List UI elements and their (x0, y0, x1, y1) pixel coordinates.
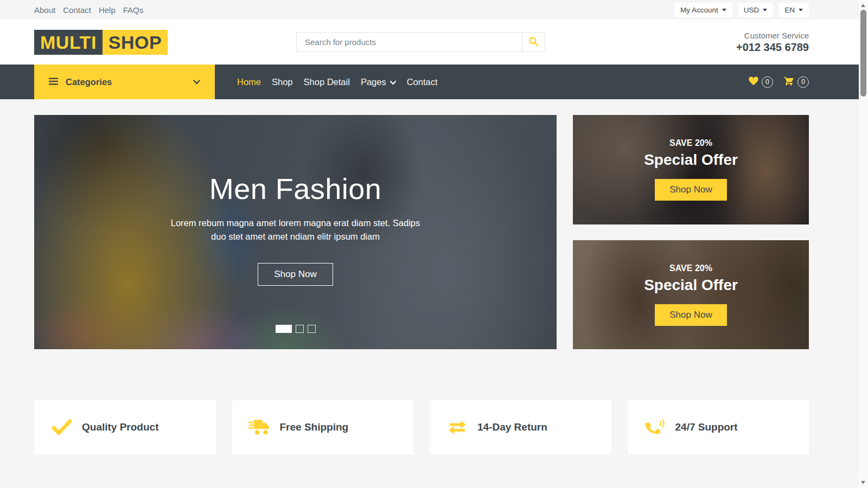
nav-link-shop-detail-label: Shop Detail (304, 77, 350, 87)
topbar-link-faqs[interactable]: FAQs (123, 5, 144, 15)
offer-save-badge: SAVE 20% (669, 138, 712, 148)
nav-icons: 0 0 (748, 65, 809, 99)
carousel-indicator-3[interactable] (308, 325, 316, 333)
offers-column: SAVE 20% Special Offer Shop Now SAVE 20%… (573, 115, 809, 349)
language-label: EN (784, 6, 795, 14)
categories-button[interactable]: Categories (34, 65, 215, 99)
offer-title: Special Offer (644, 151, 738, 169)
feature-support: 24/7 Support (628, 400, 809, 454)
topbar-links: About Contact Help FAQs (34, 5, 143, 15)
special-offer-card-1: SAVE 20% Special Offer Shop Now (573, 115, 809, 224)
carousel-indicators (34, 325, 557, 333)
language-dropdown[interactable]: EN (778, 3, 809, 17)
search-box (296, 32, 545, 52)
caret-down-icon (722, 9, 726, 11)
carousel-slide-men-fashion: Men Fashion Lorem rebum magna amet lorem… (34, 115, 557, 349)
nav-link-shop-detail[interactable]: Shop Detail (304, 77, 350, 87)
my-account-label: My Account (680, 6, 718, 14)
carousel-indicator-1[interactable] (276, 325, 292, 333)
truck-icon (248, 419, 271, 436)
feature-label: Free Shipping (280, 421, 349, 433)
hero-carousel: Men Fashion Lorem rebum magna amet lorem… (34, 115, 557, 349)
nav-link-home-label: Home (237, 77, 261, 87)
features-row: Quality Product (34, 400, 809, 454)
main-content: Men Fashion Lorem rebum magna amet lorem… (0, 99, 859, 454)
carousel-description: Lorem rebum magna amet lorem magna erat … (171, 216, 420, 243)
hamburger-icon (49, 78, 58, 87)
my-account-dropdown[interactable]: My Account (674, 3, 732, 17)
offer-content: SAVE 20% Special Offer Shop Now (573, 240, 809, 350)
logo[interactable]: MULTI SHOP (34, 30, 168, 55)
logo-text-multi: MULTI (34, 30, 103, 55)
carousel-description-line2: duo stet amet amet ndiam elitr ipsum dia… (171, 230, 420, 243)
nav-link-shop-label: Shop (272, 77, 293, 87)
feature-free-shipping: Free Shipping (232, 400, 414, 454)
carousel-shop-now-button[interactable]: Shop Now (258, 263, 333, 286)
chevron-down-icon (390, 77, 396, 87)
feature-label: Quality Product (82, 421, 158, 433)
offer-shop-now-button[interactable]: Shop Now (655, 304, 726, 326)
search-button[interactable] (522, 33, 545, 52)
offer-shop-now-button[interactable]: Shop Now (655, 179, 726, 201)
currency-dropdown[interactable]: USD (738, 3, 774, 17)
topbar: About Contact Help FAQs My Account USD E… (0, 0, 859, 20)
wishlist-button[interactable]: 0 (748, 76, 773, 88)
scrollbar-down-arrow-icon[interactable] (861, 481, 865, 484)
topbar-link-help[interactable]: Help (99, 5, 116, 15)
feature-label: 14-Day Return (477, 421, 547, 433)
caret-down-icon (763, 9, 767, 11)
customer-service-block: Customer Service +012 345 6789 (736, 31, 809, 54)
main-nav: Home Shop Shop Detail Pages Contact (237, 65, 438, 99)
offer-content: SAVE 20% Special Offer Shop Now (573, 115, 809, 224)
cart-icon (783, 75, 795, 88)
heart-icon (748, 76, 759, 88)
offer-title: Special Offer (644, 277, 738, 294)
page-scrollbar[interactable] (859, 0, 868, 488)
exchange-icon (446, 419, 469, 435)
logo-text-shop: SHOP (103, 30, 168, 55)
categories-label: Categories (66, 77, 112, 87)
cart-count-badge: 0 (797, 76, 809, 88)
feature-label: 24/7 Support (675, 421, 738, 433)
nav-link-home[interactable]: Home (237, 77, 261, 87)
wishlist-count-badge: 0 (762, 76, 773, 88)
search-input[interactable] (297, 33, 522, 52)
customer-service-phone: +012 345 6789 (736, 41, 809, 54)
topbar-actions: My Account USD EN (674, 3, 809, 17)
cart-button[interactable]: 0 (783, 75, 809, 88)
hero-row: Men Fashion Lorem rebum magna amet lorem… (34, 115, 809, 349)
nav-link-shop[interactable]: Shop (272, 77, 293, 87)
special-offer-card-2: SAVE 20% Special Offer Shop Now (573, 240, 809, 350)
offer-save-badge: SAVE 20% (669, 264, 712, 273)
nav-link-pages-label: Pages (361, 77, 386, 87)
navbar: Categories Home Shop Shop Detail Pages (0, 65, 859, 99)
scrollbar-thumb[interactable] (860, 10, 866, 97)
currency-label: USD (744, 6, 760, 14)
check-icon (50, 419, 73, 435)
feature-14-day-return: 14-Day Return (430, 400, 611, 454)
carousel-description-line1: Lorem rebum magna amet lorem magna erat … (171, 216, 420, 230)
chevron-down-icon (193, 80, 200, 85)
customer-service-label: Customer Service (736, 31, 809, 40)
nav-link-contact[interactable]: Contact (407, 77, 438, 87)
scrollbar-up-arrow-icon[interactable] (861, 4, 865, 7)
header: MULTI SHOP Customer Service +012 345 678… (0, 20, 859, 65)
topbar-link-about[interactable]: About (34, 5, 55, 15)
feature-quality-product: Quality Product (34, 400, 216, 454)
search-icon (528, 36, 539, 48)
caret-down-icon (799, 9, 803, 11)
carousel-title: Men Fashion (209, 172, 382, 206)
nav-link-contact-label: Contact (407, 77, 438, 87)
multishop-page: About Contact Help FAQs My Account USD E… (0, 0, 859, 488)
nav-link-pages-dropdown[interactable]: Pages (361, 77, 396, 87)
phone-icon (644, 418, 667, 436)
topbar-link-contact[interactable]: Contact (63, 5, 91, 15)
carousel-indicator-2[interactable] (296, 325, 304, 333)
